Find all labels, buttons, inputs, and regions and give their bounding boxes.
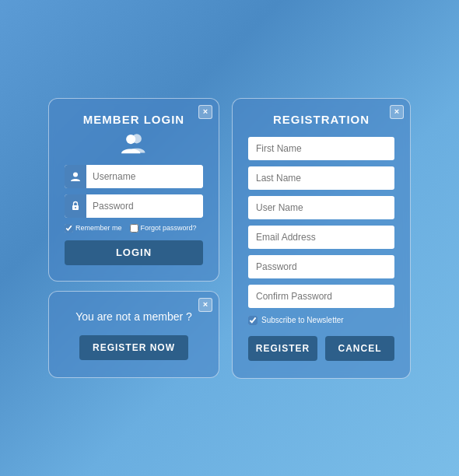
reg-password-input[interactable] [248,255,394,278]
registration-close-button[interactable]: × [390,105,404,119]
remember-me-checkbox[interactable] [65,224,73,233]
first-name-input[interactable] [248,137,394,160]
login-title: MEMBER LOGIN [65,113,203,126]
registration-panel: × REGISTRATION Subscribe to Newsletter R… [232,98,411,379]
registration-title: REGISTRATION [248,113,394,126]
username-input-row [65,165,203,188]
svg-point-2 [73,172,78,177]
forgot-password-label[interactable]: Forgot password? [130,224,197,233]
reg-username-input[interactable] [248,196,394,219]
svg-point-4 [75,207,76,208]
subscribe-row: Subscribe to Newsletter [248,316,394,325]
subscribe-label: Subscribe to Newsletter [261,316,344,324]
cancel-button[interactable]: CANCEL [325,336,394,361]
registration-buttons: REGISTER CANCEL [248,336,394,361]
remember-me-label[interactable]: Remember me [65,224,122,233]
lock-field-icon [65,194,86,218]
subscribe-checkbox[interactable] [248,316,258,325]
register-button[interactable]: REGISTER [248,336,317,361]
username-input[interactable] [86,165,203,188]
user-field-icon [65,165,86,188]
member-panel: × You are not a member ? REGISTER NOW [48,291,219,378]
left-column: × MEMBER LOGIN [48,98,219,378]
svg-point-1 [126,134,135,143]
member-close-button[interactable]: × [198,298,212,312]
register-now-button[interactable]: REGISTER NOW [79,335,188,360]
checkbox-row: Remember me Forgot password? [65,224,203,233]
confirm-password-input[interactable] [248,285,394,308]
page-wrapper: × MEMBER LOGIN [48,98,411,379]
last-name-input[interactable] [248,166,394,190]
password-input[interactable] [86,194,203,218]
member-text: You are not a member ? [65,310,203,323]
forgot-password-checkbox[interactable] [130,224,138,233]
login-button[interactable]: LOGIN [65,240,203,265]
login-close-button[interactable]: × [198,105,212,119]
users-icon [65,132,203,154]
password-input-row [65,194,203,218]
login-panel: × MEMBER LOGIN [48,98,219,282]
email-input[interactable] [248,226,394,249]
